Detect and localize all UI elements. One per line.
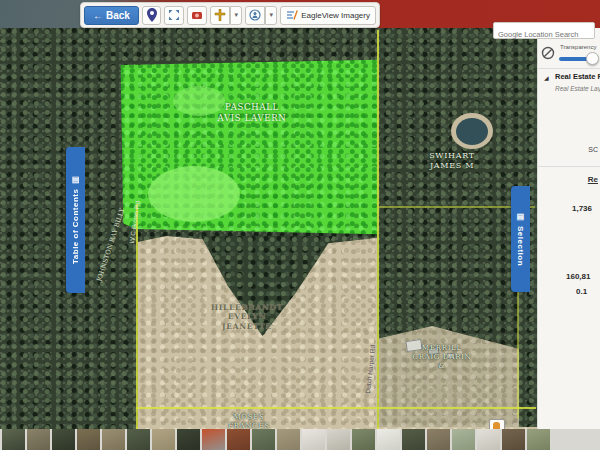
parcel-owner-label: SWIHART JAMES M bbox=[429, 151, 475, 171]
selected-parcel-highlight[interactable] bbox=[118, 58, 380, 236]
divider bbox=[537, 166, 600, 167]
panel-text: SC bbox=[560, 146, 598, 153]
selection-tab[interactable]: ▤ Selection bbox=[511, 186, 530, 292]
filmstrip-thumbnail[interactable] bbox=[102, 429, 125, 450]
filmstrip-thumbnail[interactable] bbox=[527, 429, 550, 450]
filmstrip-thumbnail[interactable] bbox=[277, 429, 300, 450]
filmstrip-thumbnail[interactable] bbox=[52, 429, 75, 450]
filmstrip-thumbnail[interactable] bbox=[252, 429, 275, 450]
filmstrip-thumbnail[interactable] bbox=[327, 429, 350, 450]
filmstrip-thumbnail[interactable] bbox=[127, 429, 150, 450]
transparency-label: Transparency bbox=[560, 44, 596, 50]
app-window: PASCHALL AVIS LAVERN SWIHART JAMES M HIL… bbox=[0, 0, 600, 450]
filmstrip-thumbnail[interactable] bbox=[352, 429, 375, 450]
globe-person-icon bbox=[249, 9, 261, 21]
panel-value: 0.1 bbox=[576, 287, 600, 296]
eagleview-logo-icon bbox=[286, 10, 298, 20]
locate-button[interactable] bbox=[142, 6, 161, 25]
search-input[interactable] bbox=[494, 27, 600, 42]
parcel-owner-label: PASCHALL AVIS LAVERN bbox=[218, 102, 287, 123]
panel-heading: Re bbox=[560, 175, 598, 184]
filmstrip bbox=[0, 429, 600, 450]
back-arrow-icon: ← bbox=[93, 10, 103, 21]
filmstrip-thumbnail[interactable] bbox=[477, 429, 500, 450]
filmstrip-thumbnail[interactable] bbox=[227, 429, 250, 450]
parcel-boundary-line bbox=[136, 204, 138, 432]
filmstrip-thumbnail[interactable] bbox=[427, 429, 450, 450]
circle-slash-icon bbox=[541, 46, 555, 60]
parcel-boundary-line bbox=[377, 30, 379, 432]
edge-owner-label: JOHNSTON RAY BILLY bbox=[95, 207, 126, 282]
filmstrip-thumbnail[interactable] bbox=[77, 429, 100, 450]
chevron-down-icon: ▾ bbox=[269, 11, 273, 19]
cleared-field-right bbox=[379, 326, 519, 430]
filmstrip-thumbnail[interactable] bbox=[402, 429, 425, 450]
transparency-disable-icon[interactable] bbox=[541, 46, 555, 64]
expander-triangle-icon[interactable]: ◢ bbox=[544, 74, 549, 81]
panel-value: 160,81 bbox=[566, 272, 600, 281]
parcel-owner-label: HILLEBRANDT EVELYN JEANETTE bbox=[211, 303, 283, 331]
panel-value: 1,736 bbox=[572, 204, 600, 213]
parcel-owner-label: MERRILL CRAIG DARIN & bbox=[413, 344, 472, 370]
filmstrip-thumbnail[interactable] bbox=[502, 429, 525, 450]
filmstrip-thumbnail[interactable] bbox=[177, 429, 200, 450]
filmstrip-thumbnail[interactable] bbox=[152, 429, 175, 450]
measure-button[interactable] bbox=[210, 6, 230, 25]
measure-cross-icon bbox=[214, 9, 226, 21]
parcel-boundary-line bbox=[136, 407, 536, 409]
divider bbox=[537, 68, 600, 69]
filmstrip-thumbnail[interactable] bbox=[302, 429, 325, 450]
aerial-camera-icon bbox=[191, 10, 203, 20]
toc-tab-label: Table of Contents bbox=[71, 189, 80, 264]
filmstrip-thumbnail[interactable] bbox=[2, 429, 25, 450]
filmstrip-thumbnail[interactable] bbox=[377, 429, 400, 450]
table-of-contents-tab[interactable]: Table of Contents ▤ bbox=[66, 147, 85, 293]
selection-tab-label: Selection bbox=[516, 226, 525, 266]
transparency-slider-knob[interactable] bbox=[586, 52, 599, 65]
chevron-down-icon: ▾ bbox=[234, 11, 238, 19]
clearing bbox=[148, 166, 240, 222]
streetview-button[interactable] bbox=[245, 6, 265, 25]
layers-group-title[interactable]: Real Estate Pa bbox=[555, 72, 600, 81]
full-extent-button[interactable] bbox=[164, 6, 184, 25]
filmstrip-thumbnail[interactable] bbox=[202, 429, 225, 450]
selection-icon: ▤ bbox=[516, 212, 525, 222]
layers-group-subtitle: Real Estate Layers bbox=[555, 85, 600, 92]
filmstrip-thumbnail[interactable] bbox=[27, 429, 50, 450]
pond bbox=[456, 118, 488, 145]
list-icon: ▤ bbox=[71, 176, 80, 186]
streetview-dropdown-button[interactable]: ▾ bbox=[265, 6, 277, 25]
location-pin-icon bbox=[147, 8, 157, 22]
back-button[interactable]: ← Back bbox=[84, 6, 139, 25]
eagleview-imagery-button[interactable]: EagleView Imagery bbox=[280, 6, 376, 25]
location-search bbox=[493, 22, 595, 39]
map-toolbar: ← Back ▾ bbox=[80, 2, 380, 28]
measure-dropdown-button[interactable]: ▾ bbox=[230, 6, 242, 25]
aerial-imagery-button[interactable] bbox=[187, 6, 207, 25]
filmstrip-thumbnail[interactable] bbox=[452, 429, 475, 450]
expand-arrows-icon bbox=[168, 9, 180, 21]
